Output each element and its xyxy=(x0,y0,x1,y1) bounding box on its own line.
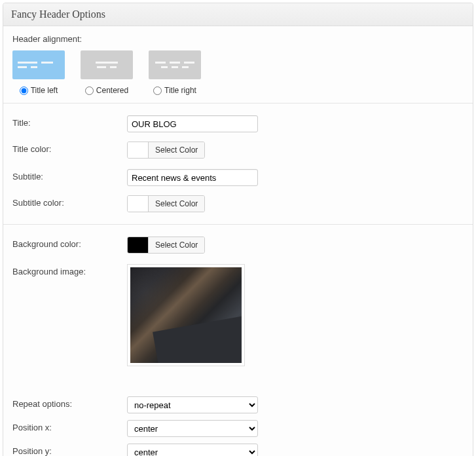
alignment-option-right[interactable]: Title right xyxy=(149,50,201,95)
bg-image-thumbnail[interactable] xyxy=(127,264,245,366)
title-color-picker[interactable]: Select Color xyxy=(127,142,205,159)
alignment-radio-center-label: Centered xyxy=(96,86,128,95)
subtitle-input[interactable] xyxy=(127,169,258,186)
alignment-option-left[interactable]: Title left xyxy=(12,50,65,95)
bg-color-button[interactable]: Select Color xyxy=(149,237,204,253)
subtitle-label: Subtitle: xyxy=(12,169,127,181)
alignment-thumb-right-icon xyxy=(149,50,201,79)
alignment-radio-left[interactable] xyxy=(20,86,28,95)
posy-select[interactable]: center xyxy=(127,444,258,456)
fancy-header-panel: Fancy Header Options Header alignment: T… xyxy=(3,3,473,456)
subtitle-color-picker[interactable]: Select Color xyxy=(127,195,205,212)
title-input[interactable] xyxy=(127,115,258,132)
subtitle-color-swatch xyxy=(128,196,149,212)
alignment-thumb-center-icon xyxy=(81,50,133,79)
title-section: Title: Title color: Select Color Subtitl… xyxy=(3,104,473,225)
alignment-radio-right-label: Title right xyxy=(164,86,196,95)
title-color-button[interactable]: Select Color xyxy=(149,142,204,158)
posx-label: Position x: xyxy=(12,420,127,432)
subtitle-color-button[interactable]: Select Color xyxy=(149,196,204,212)
alignment-thumb-left-icon xyxy=(12,50,65,79)
alignment-options: Title left Centered xyxy=(12,50,464,95)
alignment-section: Header alignment: Title left xyxy=(3,26,473,104)
subtitle-color-label: Subtitle color: xyxy=(12,195,127,208)
alignment-radio-center[interactable] xyxy=(85,86,94,95)
bg-image-label: Background image: xyxy=(12,264,127,276)
bg-color-label: Background color: xyxy=(12,237,127,249)
bg-image-preview xyxy=(130,267,242,363)
title-color-label: Title color: xyxy=(12,142,127,154)
panel-title: Fancy Header Options xyxy=(3,3,473,26)
title-color-swatch xyxy=(128,142,149,158)
background-section: Background color: Select Color Backgroun… xyxy=(3,225,473,456)
title-label: Title: xyxy=(12,115,127,128)
bg-color-swatch xyxy=(128,237,149,253)
alignment-option-center[interactable]: Centered xyxy=(81,50,133,95)
posx-select[interactable]: center xyxy=(127,420,258,437)
alignment-radio-right[interactable] xyxy=(153,86,162,95)
alignment-radio-left-label: Title left xyxy=(31,86,58,95)
bg-color-picker[interactable]: Select Color xyxy=(127,237,205,254)
repeat-label: Repeat options: xyxy=(12,396,127,409)
posy-label: Position y: xyxy=(12,444,127,456)
repeat-select[interactable]: no-repeat xyxy=(127,396,258,413)
alignment-label: Header alignment: xyxy=(12,34,464,44)
